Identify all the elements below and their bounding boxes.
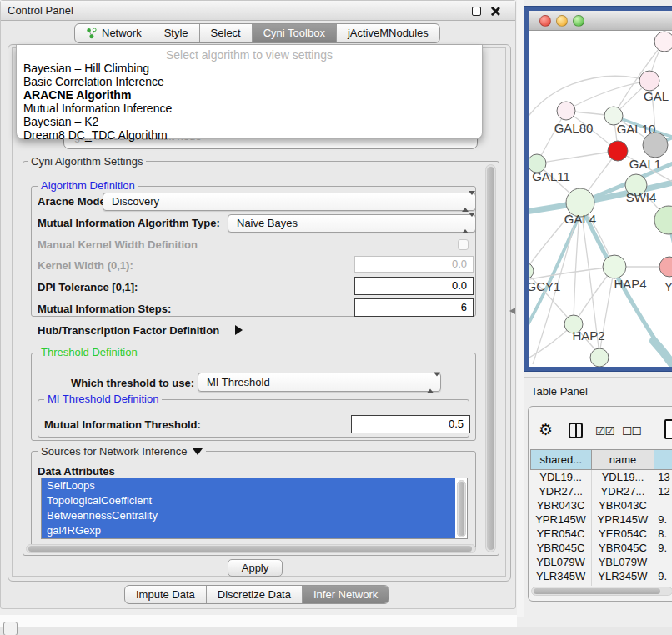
mi-type-select[interactable]: Naive Bayes [228,214,476,232]
table-hscrollbar[interactable] [531,587,672,596]
cell[interactable]: YDL19... [591,470,654,484]
table-row[interactable]: YBR043CYBR043C [531,498,672,512]
corner-toggle-button[interactable] [3,622,18,635]
node[interactable] [659,257,672,277]
export-table-icon[interactable] [664,419,672,439]
node[interactable] [643,132,668,158]
node[interactable] [639,71,659,91]
cell[interactable]: YPR145W [531,512,592,527]
column-header-partial[interactable] [654,450,672,470]
minimize-traffic-light[interactable] [556,15,568,27]
cell[interactable] [654,498,672,512]
settings-scrollbar[interactable] [485,164,496,552]
table-row[interactable]: YER054CYER054C8. [531,527,672,541]
attribute-item-selected[interactable]: SelfLoops [42,478,455,493]
tab-style[interactable]: Style [153,24,199,42]
node-gal1[interactable] [608,141,628,161]
sources-legend[interactable]: Sources for Network Inference [38,446,206,458]
kernel-width-field[interactable]: 0.0 [354,256,474,272]
float-window-icon[interactable] [472,7,481,16]
dropdown-item[interactable]: Mutual Information Inference [17,102,482,115]
data-attributes-list[interactable]: SelfLoops TopologicalCoefficient Between… [41,478,468,539]
node[interactable] [654,206,672,234]
hub-definition-label[interactable]: Hub/Transcription Factor Definition [38,324,219,337]
manual-kernel-checkbox[interactable] [458,239,469,250]
table-row[interactable]: YBR045CYBR045C9. [531,541,672,555]
cell[interactable]: 9. [654,569,672,583]
dropdown-item[interactable]: Bayesian – K2 [17,115,482,128]
close-traffic-light[interactable] [539,15,551,27]
attribute-item-selected[interactable]: TopologicalCoefficient [42,493,455,508]
mi-threshold-field[interactable]: 0.5 [351,415,470,433]
table-row[interactable]: YPR145WYPR145W9. [531,512,672,527]
settings-hscrollbar[interactable] [26,544,476,553]
cell[interactable]: YBL079W [531,555,592,569]
gear-icon[interactable]: ⚙ [539,420,553,438]
cell[interactable]: YPR145W [591,512,654,527]
cell[interactable]: 9. [654,512,672,527]
table-row[interactable]: YLR345WYLR345W9. [531,569,672,583]
table-row[interactable]: YDR27...YDR27...12 [531,484,672,498]
column-header-name[interactable]: name [591,450,654,470]
table-row[interactable]: YIL052CYIL052C9 [531,583,672,587]
cell[interactable]: 9 [654,583,672,587]
table-row[interactable]: YDL19...YDL19...13 [531,470,672,484]
tab-discretize-data[interactable]: Discretize Data [206,586,302,603]
deselect-all-icon[interactable]: ☐☐ [622,424,641,438]
cell[interactable]: 8. [654,527,672,541]
cell[interactable]: YDR27... [591,484,654,498]
table-row[interactable]: YBL079WYBL079W [531,555,672,569]
network-canvas[interactable]: GAL GAL80 GAL10 GAL1 GAL11 SWI4 GAL4 GCY… [529,31,672,367]
cell[interactable]: YDR27... [531,484,592,498]
columns-icon[interactable] [569,422,583,438]
table-hscrollbar-thumb[interactable] [534,588,660,594]
attribute-list-scrollbar[interactable] [457,480,466,538]
cell[interactable]: YER054C [531,527,592,541]
apply-button[interactable]: Apply [228,559,283,577]
dropdown-item[interactable]: Basic Correlation Inference [17,75,482,88]
tab-impute-data[interactable]: Impute Data [125,586,206,603]
tab-jactivemnodules[interactable]: jActiveMNodules [336,24,439,42]
cell[interactable]: YIL052C [531,583,592,587]
cell[interactable]: YER054C [591,527,654,541]
settings-scrollbar-thumb[interactable] [487,167,494,550]
settings-hscrollbar-thumb[interactable] [28,546,472,552]
cell[interactable]: YBR043C [591,498,654,512]
cell[interactable]: YDL19... [531,470,592,484]
node-gcy1[interactable] [529,262,534,279]
cell[interactable]: YBR043C [531,498,592,512]
cell[interactable]: 13 [654,470,672,484]
which-threshold-select[interactable]: MI Threshold [198,372,441,392]
dpi-tolerance-field[interactable]: 0.0 [354,277,474,295]
node[interactable] [654,32,672,52]
attribute-item-selected[interactable]: gal4RGexp [42,523,455,538]
control-panel-titlebar[interactable]: Control Panel [1,1,515,21]
expander-right-icon[interactable] [235,325,243,335]
collapse-down-icon[interactable] [193,448,203,455]
dropdown-item[interactable]: Dream8 DC_TDC Algorithm [17,128,482,142]
tab-infer-network[interactable]: Infer Network [302,586,389,603]
splitter-collapse-icon[interactable] [509,308,515,314]
node[interactable] [590,348,609,367]
select-all-icon[interactable]: ☑☑ [595,424,614,438]
tab-select[interactable]: Select [199,24,252,42]
cell[interactable]: YBR045C [591,541,654,555]
tab-network[interactable]: Network [75,24,153,42]
cell[interactable]: 9. [654,541,672,555]
mi-steps-field[interactable]: 6 [354,298,474,317]
dropdown-item[interactable]: Bayesian – Hill Climbing [17,62,482,75]
cell[interactable]: YLR345W [531,569,592,583]
cell[interactable]: YBR045C [531,541,592,555]
cell[interactable] [654,555,672,569]
aracne-mode-select[interactable]: Discovery [103,192,476,211]
node-gal80[interactable] [557,102,575,120]
cell[interactable]: YLR345W [591,569,654,583]
close-icon[interactable] [489,6,500,17]
cell[interactable]: 12 [654,484,672,498]
cell[interactable]: YBL079W [591,555,654,569]
dropdown-item-selected[interactable]: ARACNE Algorithm [17,88,482,102]
node-hap4[interactable] [603,255,626,278]
cell[interactable]: YIL052C [591,583,654,587]
tab-cyni-toolbox[interactable]: Cyni Toolbox [252,24,336,42]
column-header-shared-name[interactable]: shared... [531,450,592,470]
